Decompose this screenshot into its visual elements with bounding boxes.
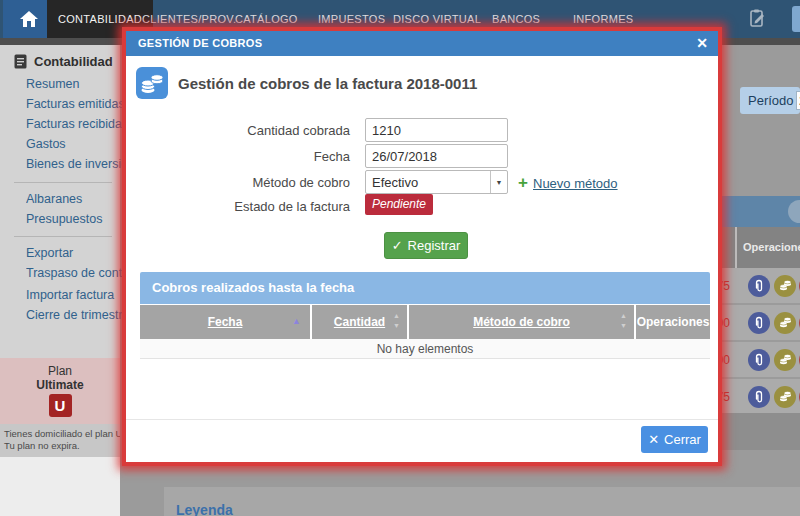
plan-notice-line1: Tienes domiciliado el plan Ul xyxy=(4,428,120,440)
payments-table: Cobros realizados hasta la fecha Fecha ▲… xyxy=(140,272,710,359)
sidebar-item-importar-factura[interactable]: Importar factura xyxy=(26,288,136,302)
payments-button[interactable] xyxy=(774,275,796,297)
sidebar-footer-area xyxy=(0,457,120,516)
background-column-header: Operaciones xyxy=(710,227,800,268)
sort-both-icon: ▲▼ xyxy=(393,311,400,331)
paperclip-icon xyxy=(753,279,765,293)
close-x-icon: ✕ xyxy=(648,432,659,447)
sidebar-item-exportar[interactable]: Exportar xyxy=(26,246,136,260)
plan-box: Plan Ultimate U xyxy=(0,358,120,424)
attachment-button[interactable] xyxy=(748,386,770,408)
document-icon xyxy=(14,54,27,69)
sidebar-item-bienes-inversion[interactable]: Bienes de inversión xyxy=(26,157,136,171)
sidebar-item-albaranes[interactable]: Albaranes xyxy=(26,192,136,206)
sidebar-divider xyxy=(14,236,112,237)
plan-tier: Ultimate xyxy=(0,378,120,392)
coins-badge-icon xyxy=(136,67,168,99)
coins-icon xyxy=(779,317,792,329)
modal-title: GESTIÓN DE COBROS xyxy=(138,37,262,49)
table-total-row: 50 xyxy=(710,413,800,450)
sidebar-item-resumen[interactable]: Resumen xyxy=(26,77,136,91)
table-row: 00 xyxy=(710,342,800,378)
attachment-button[interactable] xyxy=(748,349,770,371)
background-table-titlebar xyxy=(710,196,800,227)
column-header-cantidad[interactable]: Cantidad ▲▼ xyxy=(312,305,407,339)
sidebar-divider xyxy=(14,182,112,183)
paperclip-icon xyxy=(753,316,765,330)
estado-label: Estado de la factura xyxy=(210,199,350,214)
column-header-operaciones: Operaciones xyxy=(636,305,710,339)
payments-button[interactable] xyxy=(774,386,796,408)
sidebar-item-facturas-recibidas[interactable]: Facturas recibidas xyxy=(26,117,136,131)
column-label: Cantidad xyxy=(334,315,385,329)
cerrar-label: Cerrar xyxy=(664,432,701,447)
payments-table-header: Fecha ▲ Cantidad ▲▼ Método de cobro ▲▼ O… xyxy=(140,305,710,339)
sort-both-icon: ▲▼ xyxy=(620,311,627,331)
coins-icon xyxy=(779,391,792,403)
cantidad-label: Cantidad cobrada xyxy=(210,123,350,138)
metodo-select[interactable]: Efectivo ▼ xyxy=(365,170,508,194)
attachment-button[interactable] xyxy=(748,312,770,334)
fecha-label: Fecha xyxy=(210,149,350,164)
sidebar-item-presupuestos[interactable]: Presupuestos xyxy=(26,212,136,226)
plan-badge-icon: U xyxy=(49,394,72,417)
plan-notice: Tienes domiciliado el plan Ul Tu plan no… xyxy=(0,424,120,457)
payments-table-title: Cobros realizados hasta la fecha xyxy=(140,272,710,304)
metodo-label: Método de cobro xyxy=(210,175,350,190)
table-row: 75 xyxy=(710,379,800,415)
notes-button[interactable] xyxy=(746,8,768,34)
close-icon[interactable]: ✕ xyxy=(696,35,708,51)
table-row: 00 xyxy=(710,305,800,341)
attachment-button[interactable] xyxy=(748,275,770,297)
register-label: Registrar xyxy=(408,238,461,253)
empty-table-message: No hay elementos xyxy=(140,339,710,359)
column-label: Fecha xyxy=(208,315,243,329)
sidebar-item-cierre-trimestres[interactable]: Cierre de trimestres xyxy=(26,308,136,322)
register-button[interactable]: ✓ Registrar xyxy=(384,232,468,259)
status-badge: Pendiente xyxy=(365,194,433,215)
plus-icon[interactable]: + xyxy=(518,173,528,193)
payments-button[interactable] xyxy=(774,349,796,371)
column-header-fecha[interactable]: Fecha ▲ xyxy=(140,305,310,339)
sidebar: Contabilidad Resumen Facturas emitidas F… xyxy=(0,45,120,457)
legend-title: Leyenda xyxy=(176,502,233,516)
legend-panel xyxy=(164,487,800,516)
payments-button[interactable] xyxy=(774,312,796,334)
sidebar-item-facturas-emitidas[interactable]: Facturas emitidas xyxy=(26,97,136,111)
coins-icon xyxy=(779,354,792,366)
operations-column-label: Operaciones xyxy=(743,241,800,253)
periodo-label: Período xyxy=(748,93,794,108)
modal-header: GESTIÓN DE COBROS ✕ xyxy=(126,31,718,56)
plan-notice-line2: Tu plan no expira. xyxy=(4,440,120,452)
sidebar-header: Contabilidad xyxy=(14,54,113,69)
periodo-filter: Período xyxy=(740,87,800,114)
new-method-link[interactable]: Nuevo método xyxy=(533,176,618,191)
metodo-selected-value: Efectivo xyxy=(372,175,418,190)
clipboard-pencil-icon xyxy=(746,8,768,30)
sidebar-item-gastos[interactable]: Gastos xyxy=(26,137,136,151)
check-icon: ✓ xyxy=(392,238,403,253)
cantidad-input[interactable] xyxy=(365,118,508,142)
home-icon xyxy=(19,9,39,29)
column-label: Operaciones xyxy=(637,315,710,329)
paperclip-icon xyxy=(753,390,765,404)
coins-icon xyxy=(779,280,792,292)
periodo-input[interactable] xyxy=(796,91,800,110)
help-circle-icon[interactable] xyxy=(788,200,800,223)
app-screen: CONTABILIDAD CLIENTES/PROV. CATÁLOGO IMP… xyxy=(0,0,800,516)
modal-heading: Gestión de cobros de la factura 2018-001… xyxy=(178,75,477,92)
nav-edge-button[interactable] xyxy=(792,6,800,32)
column-separator xyxy=(735,227,737,268)
sidebar-header-label: Contabilidad xyxy=(34,54,113,69)
column-label: Método de cobro xyxy=(473,315,570,329)
column-header-metodo[interactable]: Método de cobro ▲▼ xyxy=(409,305,634,339)
paperclip-icon xyxy=(753,353,765,367)
footer-divider xyxy=(126,419,718,420)
cerrar-button[interactable]: ✕ Cerrar xyxy=(641,426,708,453)
gestion-cobros-modal: GESTIÓN DE COBROS ✕ Gestión de cobros de… xyxy=(122,27,722,466)
chevron-down-icon: ▼ xyxy=(490,171,507,193)
sidebar-item-traspaso[interactable]: Traspaso de contabili xyxy=(26,266,136,280)
sort-asc-icon: ▲ xyxy=(292,316,301,326)
fecha-input[interactable] xyxy=(365,144,508,168)
plan-name: Plan xyxy=(0,358,120,378)
